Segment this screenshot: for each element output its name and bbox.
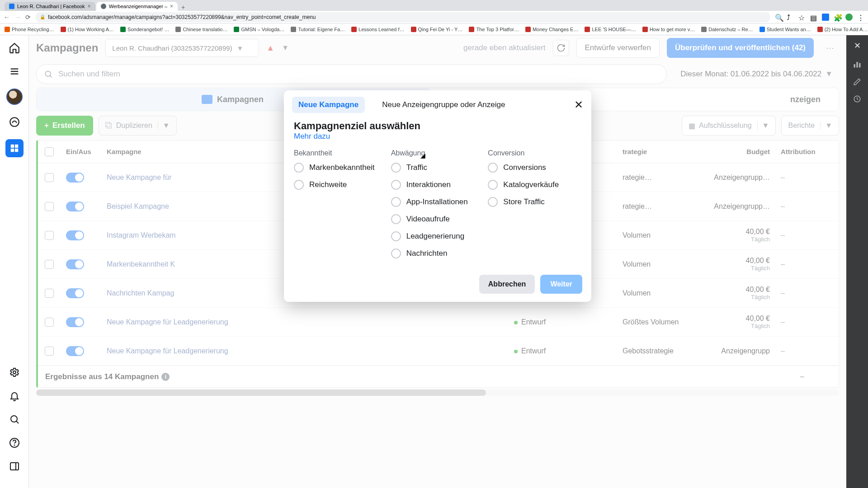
objective-option[interactable]: Nachrichten	[391, 249, 485, 258]
hamburger-icon[interactable]	[8, 65, 21, 78]
share-icon[interactable]: ⤴	[787, 14, 794, 21]
radio-icon	[391, 214, 401, 224]
bookmark[interactable]: Lessons Learned f…	[351, 27, 405, 32]
bell-icon[interactable]	[8, 389, 21, 402]
next-button[interactable]: Weiter	[540, 275, 582, 294]
radio-icon	[391, 163, 401, 173]
objective-label: Store Traffic	[503, 197, 544, 206]
profile-avatar[interactable]	[845, 14, 853, 21]
svg-rect-17	[854, 64, 855, 68]
account-avatar[interactable]	[6, 89, 23, 105]
puzzle-icon[interactable]: 🧩	[834, 14, 841, 21]
tab-title: Werbeanzeigenmanager –	[109, 4, 167, 9]
search-icon[interactable]	[8, 413, 21, 426]
bookmark[interactable]: LEE 'S HOUSE—…	[585, 27, 636, 32]
new-tab-button[interactable]: +	[179, 4, 188, 11]
objective-label: Videoaufrufe	[406, 215, 450, 224]
lock-icon: 🔒	[40, 14, 45, 19]
column-head: Bekanntheit	[294, 149, 387, 157]
main-content: Kampagnen Leon R. Chaudhari (30325357722…	[29, 35, 846, 488]
browser-tabstrip: Leon R. Chaudhari | Facebook × Werbeanze…	[0, 0, 868, 11]
objective-option[interactable]: Conversions	[488, 163, 581, 173]
svg-rect-7	[14, 149, 18, 152]
bookmark[interactable]: Phone Recycling…	[5, 27, 54, 32]
svg-point-12	[14, 445, 14, 446]
objective-label: Interaktionen	[406, 180, 451, 189]
bookmark[interactable]: (1) How Working A…	[61, 27, 114, 32]
objective-option[interactable]: Traffic	[391, 163, 485, 173]
star-icon[interactable]: ☆	[798, 14, 806, 21]
bookmark-icon	[642, 27, 648, 32]
objective-option[interactable]: Leadgenerierung	[391, 231, 485, 241]
close-icon[interactable]: ✕	[574, 99, 583, 111]
objective-option[interactable]: Markenbekanntheit	[294, 163, 387, 173]
left-nav-rail	[0, 35, 29, 488]
browser-tab[interactable]: Leon R. Chaudhari | Facebook ×	[5, 2, 95, 11]
bookmark-icon	[760, 27, 765, 32]
reload-icon[interactable]: ⟳	[25, 14, 31, 21]
bookmark-icon	[525, 27, 531, 32]
svg-rect-19	[859, 63, 860, 68]
bookmark[interactable]: GMSN – Vologda…	[234, 27, 284, 32]
bookmark-icon	[61, 27, 66, 32]
radio-icon	[294, 180, 304, 190]
cancel-button[interactable]: Abbrechen	[479, 275, 535, 294]
edit-icon[interactable]	[853, 78, 861, 86]
campaigns-nav-icon[interactable]	[5, 139, 24, 157]
bookmark-icon	[5, 27, 10, 32]
bookmark-icon	[175, 27, 181, 32]
clock-icon[interactable]	[853, 95, 861, 103]
bookmark[interactable]: Qing Fei De Yi - Y…	[411, 27, 463, 32]
home-icon[interactable]	[8, 42, 21, 54]
zoom-icon[interactable]: 🔍	[775, 14, 782, 21]
browser-tab[interactable]: Werbeanzeigenmanager – ×	[96, 2, 178, 11]
svg-rect-5	[14, 145, 18, 148]
radio-icon	[391, 249, 401, 258]
column-head: Abwägung	[391, 149, 485, 157]
bookmark[interactable]: Money Changes E…	[525, 27, 579, 32]
modal-tab-new-adset[interactable]: Neue Anzeigengruppe oder Anzeige	[376, 97, 511, 113]
radio-icon	[391, 197, 401, 207]
bookmark[interactable]: Student Wants an…	[760, 27, 811, 32]
modal-tab-new-campaign[interactable]: Neue Kampagne	[292, 97, 365, 113]
gauge-icon[interactable]	[8, 116, 21, 128]
fb-extension-icon[interactable]	[822, 14, 829, 21]
kebab-icon[interactable]: ⋮	[857, 14, 864, 21]
bookmark[interactable]: (2) How To Add A…	[817, 27, 868, 32]
objective-option[interactable]: Interaktionen	[391, 180, 485, 190]
gear-icon[interactable]	[8, 366, 21, 379]
learn-more-link[interactable]: Mehr dazu	[294, 132, 330, 141]
chart-icon[interactable]	[853, 60, 862, 69]
bookmark-icon	[234, 27, 239, 32]
objective-option[interactable]: Katalogverkäufe	[488, 180, 581, 190]
bookmark-icon	[817, 27, 823, 32]
objective-label: App-Installationen	[406, 197, 468, 206]
objective-option[interactable]: App-Installationen	[391, 197, 485, 207]
bookmark[interactable]: How to get more v…	[642, 27, 695, 32]
right-rail: ✕	[846, 35, 868, 488]
panel-icon[interactable]	[8, 460, 21, 473]
svg-rect-6	[10, 149, 14, 152]
close-icon[interactable]: ×	[170, 3, 173, 9]
address-bar[interactable]: 🔒 facebook.com/adsmanager/manage/campaig…	[35, 12, 770, 22]
close-icon[interactable]: ✕	[854, 41, 861, 51]
forward-icon[interactable]: →	[14, 14, 21, 21]
objective-label: Leadgenerierung	[406, 232, 465, 241]
radio-icon	[488, 197, 498, 207]
bookmark[interactable]: Chinese translatio…	[175, 27, 227, 32]
radio-icon	[294, 163, 304, 173]
bookmark[interactable]: Datenschutz – Re…	[701, 27, 753, 32]
objective-option[interactable]: Store Traffic	[488, 197, 581, 207]
bookmark-icon	[469, 27, 474, 32]
help-icon[interactable]	[8, 436, 21, 449]
bookmark[interactable]: The Top 3 Platfor…	[469, 27, 519, 32]
bookmark[interactable]: Sonderangebot! …	[120, 27, 169, 32]
objective-option[interactable]: Reichweite	[294, 180, 387, 190]
close-icon[interactable]: ×	[88, 3, 91, 9]
settings-icon	[101, 4, 106, 9]
bookmark[interactable]: Tutorial: Eigene Fa…	[291, 27, 345, 32]
objective-option[interactable]: Videoaufrufe	[391, 214, 485, 224]
facebook-icon	[9, 4, 14, 9]
back-icon[interactable]: ←	[4, 14, 10, 21]
list-icon[interactable]: ▤	[810, 14, 817, 21]
